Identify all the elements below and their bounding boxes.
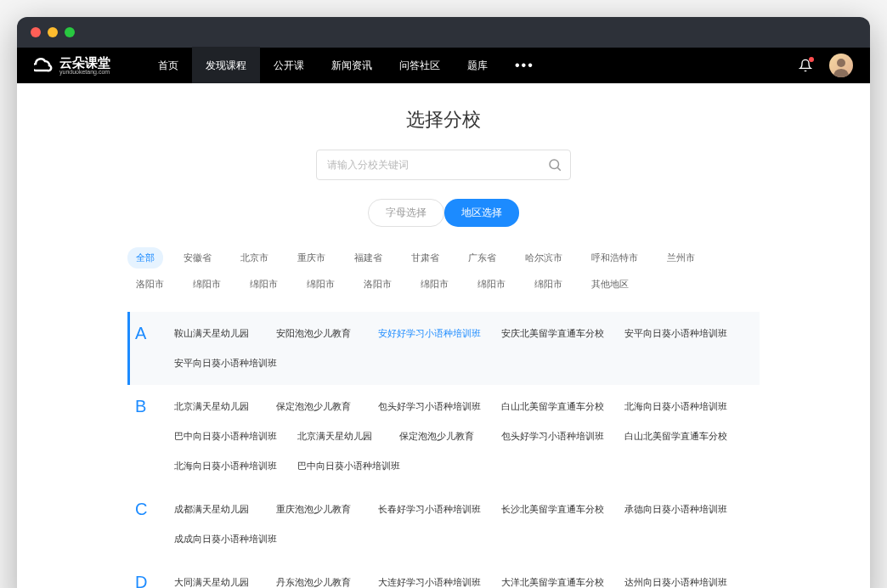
letter-group-B: B北京满天星幼儿园保定泡泡少儿教育包头好学习小语种培训班白山北美留学直通车分校北… — [127, 385, 760, 488]
school-item[interactable]: 保定泡泡少儿教育 — [389, 421, 491, 451]
titlebar — [17, 17, 870, 48]
svg-line-2 — [557, 167, 560, 170]
region-chip-13[interactable]: 绵阳市 — [298, 274, 343, 295]
school-item[interactable]: 安阳泡泡少儿教育 — [266, 319, 368, 348]
region-chip-18[interactable]: 其他地区 — [583, 274, 637, 295]
school-item[interactable]: 成都满天星幼儿园 — [164, 495, 266, 524]
school-list: A鞍山满天星幼儿园安阳泡泡少儿教育安好好学习小语种培训班安庆北美留学直通车分校安… — [17, 312, 870, 588]
school-item[interactable]: 安平向日葵小语种培训班 — [614, 319, 737, 348]
region-filters: 全部安徽省北京市重庆市福建省甘肃省广东省哈尔滨市呼和浩特市兰州市洛阳市绵阳市绵阳… — [17, 247, 870, 295]
region-chip-11[interactable]: 绵阳市 — [184, 274, 229, 295]
region-chip-0[interactable]: 全部 — [127, 247, 163, 269]
school-item[interactable]: 白山北美留学直通车分校 — [491, 392, 614, 421]
page-title: 选择分校 — [17, 83, 870, 150]
logo-main: 云朵课堂 — [59, 56, 110, 69]
school-item[interactable]: 北京满天星幼儿园 — [164, 392, 266, 421]
logo-sub: yunduoketang.com — [59, 69, 110, 75]
toggle-alphabet[interactable]: 字母选择 — [368, 199, 444, 227]
region-chip-4[interactable]: 福建省 — [346, 247, 391, 269]
notification-bell[interactable] — [799, 59, 812, 72]
letter-label: A — [130, 312, 164, 385]
school-item[interactable]: 重庆泡泡少儿教育 — [266, 495, 368, 524]
nav-item-3[interactable]: 新闻资讯 — [318, 47, 386, 85]
letter-group-A: A鞍山满天星幼儿园安阳泡泡少儿教育安好好学习小语种培训班安庆北美留学直通车分校安… — [127, 312, 760, 385]
region-chip-12[interactable]: 绵阳市 — [241, 274, 286, 295]
region-chip-9[interactable]: 兰州市 — [658, 247, 703, 269]
school-item[interactable]: 包头好学习小语种培训班 — [368, 392, 491, 421]
school-item[interactable]: 北海向日葵小语种培训班 — [164, 451, 287, 481]
nav-item-4[interactable]: 问答社区 — [386, 47, 454, 85]
app-window: 云朵课堂 yunduoketang.com 首页发现课程公开课新闻资讯问答社区题… — [17, 17, 870, 588]
maximize-dot[interactable] — [65, 27, 75, 37]
toggle-region[interactable]: 地区选择 — [444, 199, 519, 227]
svg-point-1 — [550, 160, 559, 169]
school-item[interactable]: 长沙北美留学直通车分校 — [491, 495, 614, 524]
nav: 首页发现课程公开课新闻资讯问答社区题库 — [144, 47, 501, 85]
region-chip-1[interactable]: 安徽省 — [175, 247, 220, 269]
school-item[interactable]: 成成向日葵小语种培训班 — [164, 524, 287, 554]
school-item[interactable]: 白山北美留学直通车分校 — [614, 421, 737, 451]
letter-group-D: D大同满天星幼儿园丹东泡泡少儿教育大连好学习小语种培训班大洋北美留学直通车分校达… — [127, 561, 760, 588]
logo[interactable]: 云朵课堂 yunduoketang.com — [34, 55, 110, 76]
school-item[interactable]: 大同满天星幼儿园 — [164, 568, 266, 588]
region-chip-14[interactable]: 洛阳市 — [355, 274, 400, 295]
svg-point-0 — [837, 59, 845, 67]
school-item[interactable]: 承德向日葵小语种培训班 — [614, 495, 737, 524]
region-chip-3[interactable]: 重庆市 — [289, 247, 334, 269]
school-item[interactable]: 大洋北美留学直通车分校 — [491, 568, 614, 588]
school-item[interactable]: 巴中向日葵小语种培训班 — [164, 421, 287, 451]
avatar[interactable] — [829, 54, 853, 77]
region-chip-2[interactable]: 北京市 — [232, 247, 277, 269]
region-chip-17[interactable]: 绵阳市 — [526, 274, 571, 295]
school-item[interactable]: 巴中向日葵小语种培训班 — [287, 451, 410, 481]
letter-items: 北京满天星幼儿园保定泡泡少儿教育包头好学习小语种培训班白山北美留学直通车分校北海… — [164, 385, 760, 488]
header: 云朵课堂 yunduoketang.com 首页发现课程公开课新闻资讯问答社区题… — [17, 48, 870, 83]
notification-dot — [809, 57, 814, 62]
letter-label: D — [130, 561, 164, 588]
nav-item-0[interactable]: 首页 — [144, 47, 192, 85]
school-item[interactable]: 北海向日葵小语种培训班 — [614, 392, 737, 421]
search-box — [316, 150, 571, 180]
region-chip-5[interactable]: 甘肃省 — [403, 247, 448, 269]
school-item[interactable]: 安好好学习小语种培训班 — [368, 319, 491, 348]
toggle-row: 字母选择 地区选择 — [17, 199, 870, 227]
nav-item-5[interactable]: 题库 — [454, 47, 501, 85]
school-item[interactable]: 安平向日葵小语种培训班 — [164, 348, 287, 378]
school-item[interactable]: 包头好学习小语种培训班 — [491, 421, 614, 451]
letter-label: B — [130, 385, 164, 488]
region-chip-7[interactable]: 哈尔滨市 — [517, 247, 571, 269]
region-chip-6[interactable]: 广东省 — [460, 247, 505, 269]
region-chip-10[interactable]: 洛阳市 — [127, 274, 172, 295]
school-item[interactable]: 北京满天星幼儿园 — [287, 421, 389, 451]
region-chip-16[interactable]: 绵阳市 — [469, 274, 514, 295]
nav-more[interactable]: ••• — [501, 48, 548, 83]
content: 选择分校 字母选择 地区选择 全部安徽省北京市重庆市福建省甘肃省广东省哈尔滨市呼… — [17, 83, 870, 588]
letter-items: 大同满天星幼儿园丹东泡泡少儿教育大连好学习小语种培训班大洋北美留学直通车分校达州… — [164, 561, 760, 588]
close-dot[interactable] — [31, 27, 41, 37]
region-chip-15[interactable]: 绵阳市 — [412, 274, 457, 295]
minimize-dot[interactable] — [48, 27, 58, 37]
search-icon[interactable] — [547, 157, 562, 172]
school-item[interactable]: 达州向日葵小语种培训班 — [614, 568, 737, 588]
letter-group-C: C成都满天星幼儿园重庆泡泡少儿教育长春好学习小语种培训班长沙北美留学直通车分校承… — [127, 488, 760, 561]
school-item[interactable]: 安庆北美留学直通车分校 — [491, 319, 614, 348]
school-item[interactable]: 大连好学习小语种培训班 — [368, 568, 491, 588]
letter-items: 鞍山满天星幼儿园安阳泡泡少儿教育安好好学习小语种培训班安庆北美留学直通车分校安平… — [164, 312, 760, 385]
school-item[interactable]: 鞍山满天星幼儿园 — [164, 319, 266, 348]
letter-label: C — [130, 488, 164, 561]
school-item[interactable]: 保定泡泡少儿教育 — [266, 392, 368, 421]
letter-items: 成都满天星幼儿园重庆泡泡少儿教育长春好学习小语种培训班长沙北美留学直通车分校承德… — [164, 488, 760, 561]
search-input[interactable] — [316, 150, 571, 180]
school-item[interactable]: 丹东泡泡少儿教育 — [266, 568, 368, 588]
nav-item-1[interactable]: 发现课程 — [192, 47, 260, 85]
region-chip-8[interactable]: 呼和浩特市 — [583, 247, 647, 269]
nav-item-2[interactable]: 公开课 — [260, 47, 318, 85]
school-item[interactable]: 长春好学习小语种培训班 — [368, 495, 491, 524]
cloud-icon — [34, 55, 54, 76]
